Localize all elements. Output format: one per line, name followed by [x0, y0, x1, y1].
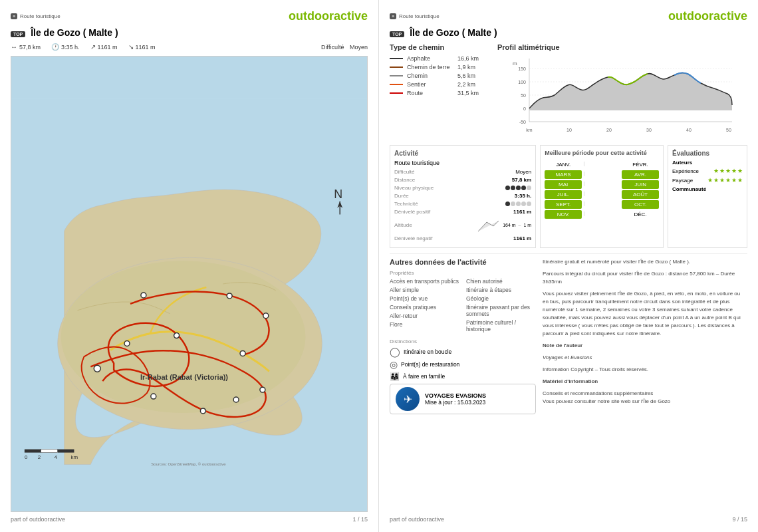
denivele-pos-label: Dénivelé positif: [394, 209, 430, 215]
stat-distance-value: 57,8 km: [19, 44, 41, 51]
path-dist-2: 5,6 km: [457, 72, 475, 79]
left-title: TOP Île de Gozo ( Malte ): [11, 27, 368, 38]
stat-distance: ↔ 57,8 km: [11, 43, 41, 51]
left-page-title-text: Île de Gozo ( Malte ): [31, 27, 118, 38]
duration-val: 3:35 h.: [515, 193, 531, 199]
elevation-chart: 150 100 50 0 -50 m km 10 20 30 40 50: [497, 55, 747, 138]
voyages-avatar: ✈: [396, 387, 420, 411]
svg-point-10: [200, 408, 205, 414]
altitude-max: 1 m: [524, 223, 532, 227]
month-sept: SEPT.: [545, 200, 582, 209]
note-content: Voyages et Evasions: [543, 354, 747, 362]
sep-3: |: [583, 180, 620, 189]
svg-text:m: m: [513, 61, 517, 66]
prop-r-1: Itinéraire à étapes: [466, 287, 536, 293]
path-name-2: Chemin: [407, 72, 453, 79]
props-left: Accès en transports publics Aller simple…: [390, 278, 459, 334]
distinction-0: ◯ Itinéraire en boucle: [390, 346, 536, 357]
path-line-2: [390, 75, 403, 76]
loop-icon: ◯: [390, 346, 400, 357]
svg-point-12: [233, 397, 239, 402]
prop-1: Aller simple: [390, 287, 459, 293]
svg-point-8: [227, 293, 232, 299]
distinction-1: ◎ Point(s) de restauration: [390, 359, 536, 370]
svg-text:20: 20: [606, 128, 612, 132]
right-footer-right: 9 / 15: [732, 516, 747, 523]
svg-text:30: 30: [646, 128, 652, 132]
left-footer: part of outdooractive 1 / 15: [11, 516, 368, 523]
technicite-row: Technicité: [394, 201, 531, 207]
path-types-title: Type de chemin: [390, 43, 489, 51]
sep-6: |: [583, 210, 620, 219]
stat-elevation-down: ↘ 1161 m: [128, 43, 156, 51]
svg-point-6: [240, 350, 245, 356]
path-line-3: [390, 84, 403, 85]
path-dist-0: 16,6 km: [457, 55, 479, 62]
month-janv: JANV.: [545, 160, 582, 169]
path-elevation-row: Type de chemin Asphalte 16,6 km Chemin d…: [390, 43, 747, 140]
duration-label: Durée: [394, 193, 409, 199]
stat-duration-value: 3:35 h.: [61, 44, 80, 51]
right-route-icon: ≡: [390, 13, 396, 19]
svg-text:N: N: [334, 188, 342, 201]
paysage-label: Paysage: [672, 178, 693, 184]
denivele-neg-val: 1161 m: [513, 235, 531, 241]
months-grid: JANV. | FÉVR. MARS | AVR. MAI | JUIN JUI…: [545, 160, 659, 219]
activity-type: Route touristique: [394, 160, 531, 166]
svg-text:Ir-Rabat (Rabat (Victoria)): Ir-Rabat (Rabat (Victoria)): [140, 373, 228, 381]
prop-r-3: Itinéraire passant par des sommets: [466, 304, 536, 317]
activity-difficulty-row: Difficulté Moyen: [394, 169, 531, 175]
copyright: Information Copyright – Tous droits rése…: [543, 366, 747, 374]
activity-row: Activité Route touristique Difficulté Mo…: [390, 145, 747, 248]
distinction-label-1: Point(s) de restauration: [401, 361, 459, 368]
svg-rect-19: [41, 450, 58, 453]
family-icon: 👨‍👩‍👧: [390, 372, 400, 381]
right-route-badge: ≡ Route touristique: [390, 13, 440, 19]
path-name-4: Route: [407, 90, 453, 96]
properties-label: Propriétés: [390, 270, 536, 276]
svg-text:km: km: [526, 128, 533, 132]
svg-point-5: [174, 333, 180, 338]
path-dist-3: 2,2 km: [457, 81, 475, 88]
svg-text:50: 50: [521, 93, 526, 98]
map-container: Ir-Rabat (Rabat (Victoria)) N 0 2 4 km S…: [11, 56, 368, 512]
paysage-stars: ★ ★ ★ ★ ★ ★: [707, 177, 743, 184]
svg-text:10: 10: [567, 128, 572, 132]
note-title: Note de l'auteur: [543, 342, 747, 350]
voyages-update: Mise à jour : 15.03.2023: [425, 399, 486, 406]
svg-text:0: 0: [25, 454, 28, 460]
voyages-name: VOYAGES EVASIONS: [425, 392, 486, 399]
props-right: Chien autorisé Itinéraire à étapes Géolo…: [466, 278, 536, 334]
path-name-3: Sentier: [407, 81, 453, 88]
clock-icon: 🕐: [51, 43, 59, 51]
distinctions-label: Distinctions: [390, 338, 536, 344]
autres-section: Autres données de l'activité Propriétés …: [390, 253, 747, 414]
right-content: Type de chemin Asphalte 16,6 km Chemin d…: [390, 43, 747, 512]
left-header: ≡ Route touristique outdooractive: [11, 9, 368, 23]
elevation-title: Profil altimétrique: [497, 43, 747, 51]
svg-text:Sources: OpenStreetMap, © outd: Sources: OpenStreetMap, © outdooractive: [151, 462, 226, 466]
restaurant-icon: ◎: [390, 359, 398, 370]
niveau-label: Niveau physique: [394, 185, 434, 191]
activity-box: Activité Route touristique Difficulté Mo…: [390, 145, 536, 248]
prop-0: Accès en transports publics: [390, 278, 459, 285]
sep-4: |: [583, 190, 620, 199]
altitude-sep: –: [519, 223, 521, 227]
altitude-values: 164 m – 1 m: [477, 217, 531, 233]
distinction-2: 👨‍👩‍👧 À faire en famille: [390, 372, 536, 381]
svg-text:-50: -50: [519, 120, 526, 124]
svg-point-9: [141, 293, 146, 298]
svg-text:km: km: [70, 454, 78, 460]
stat-elevation-up: ↗ 1161 m: [90, 43, 118, 51]
month-juil: JUIL.: [545, 190, 582, 199]
right-footer-left: part of outdooractive: [390, 516, 444, 523]
materiel-title: Matériel d'information: [543, 378, 747, 386]
description-text: Itinéraire gratuit et numéroté pour visi…: [543, 258, 747, 406]
prop-2: Point(s) de vue: [390, 295, 459, 302]
svg-text:150: 150: [518, 66, 526, 71]
left-page: ≡ Route touristique outdooractive TOP Îl…: [0, 0, 379, 532]
path-row-4: Route 31,5 km: [390, 90, 489, 96]
left-route-badge: ≡ Route touristique: [11, 13, 61, 19]
month-mai: MAI: [545, 180, 582, 189]
difficulty-label: Difficulté: [394, 169, 415, 175]
